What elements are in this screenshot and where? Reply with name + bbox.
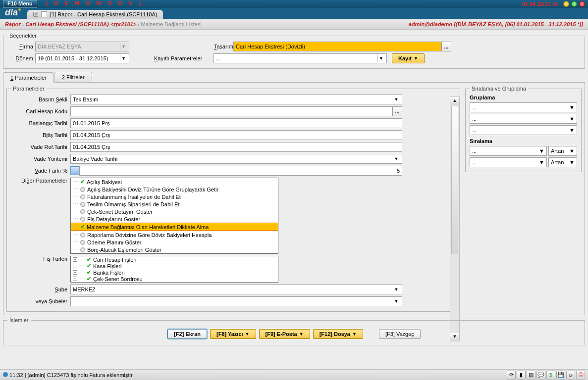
chevron-down-icon[interactable]: ▼ [120,54,127,62]
scroll-thumb[interactable] [451,106,458,254]
sad-icon[interactable]: ☹ [576,371,585,380]
eposta-button[interactable]: [F9] E-Posta▼ [259,329,310,339]
fis-turu-item[interactable]: +⋯✔Cari Hesap Fişleri [71,256,278,263]
yazici-button[interactable]: [F8] Yazıcı▼ [210,329,256,339]
sort-field-1[interactable]: ...▼ [470,146,547,156]
diger-param-item[interactable]: ⋯✔Açılış Bakiyesi [71,178,278,186]
clock-label: 01.04.15/11 41 [522,1,558,7]
vertical-scrollbar[interactable]: ▲ ▼ [450,96,460,341]
battery-icon[interactable]: ▮ [517,371,526,380]
info-icon [3,372,8,377]
diger-param-item[interactable]: ⋯Borç-Alacak Eşlemeleri Göster [71,246,278,253]
vaderef-label: Vade Ref.Tarihi [11,144,70,150]
diger-param-item[interactable]: ⋯Faturalanmamış İrsaliyeleri de Dahil Et [71,193,278,200]
tab-title: [1] Rapor - Cari Hesap Ekstresi (SCF1110… [50,11,157,17]
tab-filtreler[interactable]: 2 Filtreler [54,72,92,82]
vade-ref-tarihi-input[interactable]: 01.04.2015 Çrş [70,142,402,152]
diger-param-item[interactable]: ⋯Raporlama Dövizine Göre Döviz Bakiyeler… [71,231,278,238]
islemler-fieldset: İşlemler [F2] Ekran [F8] Yazıcı▼ [F9] E-… [3,317,585,345]
notes-icon[interactable]: ▤ [527,371,535,380]
maximize-button[interactable] [571,1,577,7]
status-bar: 11:32 | [admin] C123473 fiş nolu Fatura … [0,369,588,380]
app-logo: dia+ [2,6,27,19]
baslangic-label: Başlangıç Tarihi [11,120,70,126]
cari-hesap-input[interactable] [70,106,392,116]
grup-field-3[interactable]: ...▼ [470,125,577,135]
chevron-down-icon[interactable]: ▼ [120,43,127,50]
diger-param-item[interactable]: ⋯Açılış Bakiyesini Döviz Türüne Göre Gru… [71,186,278,193]
scroll-up-icon[interactable]: ▲ [450,97,459,105]
sube-select[interactable]: MERKEZ▼ [70,285,402,294]
siralama-header: Sıralama [470,138,492,144]
basim-sekli-select[interactable]: Tek Basım▼ [70,95,402,104]
baslangic-tarihi-input[interactable]: 01.01.2015 Prş [70,118,402,128]
vade-yontemi-select[interactable]: Bakiye Vade Tarihi▼ [70,154,402,164]
cari-hesap-label: Cari Hesap Kodu [11,108,70,114]
close-button[interactable] [579,1,585,7]
options-fieldset: Seçenekler Firma DİA BEYAZ EŞYA▼ Tasarım… [3,33,585,69]
document-tabs: dia+ × [1] Rapor - Cari Hesap Ekstresi (… [0,8,588,19]
status-text: 11:32 | [admin] C123473 fiş nolu Fatura … [9,372,134,378]
tasarim-picker-button[interactable]: ... [441,42,451,51]
diger-param-item[interactable]: ⋯Ödeme Planını Göster [71,238,278,246]
bitis-tarihi-input[interactable]: 01.04.2015 Çrş [70,130,402,140]
happy-icon[interactable]: ☺ [566,371,575,380]
chat-icon[interactable]: 💬 [536,371,545,380]
vadeyon-label: Vade Yöntemi [11,156,70,162]
tab-parametreler[interactable]: 1 Parametreler [3,72,54,83]
diger-param-item[interactable]: ⋯Fiş Detaylarını Göster [71,215,278,223]
grup-field-2[interactable]: ...▼ [470,114,577,124]
chevron-down-icon: ▼ [414,56,418,61]
siralama-gruplama-legend: Sıralama ve Gruplama [470,86,528,92]
parametreler-fieldset: Parametreler Basım Şekli Tek Basım▼ Cari… [6,86,460,312]
fis-turu-item[interactable]: +⋯✔Banka Fişleri [71,269,278,276]
tab-close-icon[interactable]: × [33,12,38,17]
siralama-gruplama-fieldset: Sıralama ve Gruplama Gruplama ...▼ ...▼ … [465,86,582,172]
save-icon[interactable]: 💾 [556,371,565,380]
diger-label: Diğer Parametreler [11,178,70,184]
firma-label: Firma [7,44,35,49]
window-titlebar: F10 Menu [ D E M O M O D U ] 01.04.15/11… [0,0,588,8]
diger-parametreler-list[interactable]: ⋯✔Açılış Bakiyesi⋯Açılış Bakiyesini Dövi… [70,178,278,254]
ekran-button[interactable]: [F2] Ekran [167,329,207,339]
diger-param-item[interactable]: ⋯✔Malzeme Bağlantısı Olan Hareketleri Di… [70,223,278,231]
chevron-down-icon[interactable]: ▼ [377,54,384,62]
firma-select[interactable]: DİA BEYAZ EŞYA▼ [35,42,129,51]
sort-dir-1[interactable]: Artan▼ [548,146,577,156]
refresh-icon[interactable]: ⟳ [507,371,516,380]
fis-turu-item[interactable]: +⋯✔Kasa Fişleri [71,263,278,269]
parametreler-legend: Parametreler [11,86,47,92]
cari-hesap-picker[interactable]: ... [392,106,402,116]
diger-param-item[interactable]: ⋯Çek-Senet Detayını Göster [71,208,278,215]
fis-turu-item[interactable]: +⋯✔Çek-Senet Bordrosu [71,276,278,282]
fis-turleri-tree[interactable]: +⋯✔Cari Hesap Fişleri+⋯✔Kasa Fişleri+⋯✔B… [70,256,278,283]
fis-turleri-label: Fiş Türleri [11,256,70,262]
minimize-button[interactable] [563,1,569,7]
dollar-icon[interactable]: $ [546,371,555,380]
statusbar-icons: ⟳ ▮ ▤ 💬 $ 💾 ☺ ☹ [507,371,585,380]
sort-dir-2[interactable]: Artan▼ [548,157,577,167]
donem-select[interactable]: 19 (01.01.2015 - 31.12.2015)▼ [35,53,129,63]
kayitli-label: Kayıtlı Parametreler [149,55,214,61]
dosya-button[interactable]: [F12] Dosya▼ [313,329,363,339]
tasarim-input[interactable]: Cari Hesap Ekstresi (Dövizli) [233,42,441,51]
vadefark-label: Vade Farkı % [11,168,70,174]
kayitli-parametreler-select[interactable]: ...▼ [214,53,387,63]
vazgec-button[interactable]: [F3] Vazgeç [379,329,421,339]
islemler-legend: İşlemler [7,317,31,323]
options-legend: Seçenekler [7,33,39,39]
veya-subeler-select[interactable]: ▼ [70,296,402,306]
session-info: admin@diademo [(DİA BEYAZ EŞYA, [06] 01.… [409,21,583,27]
grup-field-1[interactable]: ...▼ [470,102,577,112]
document-tab[interactable]: × [1] Rapor - Cari Hesap Ekstresi (SCF11… [27,10,163,19]
sube-label: Şube [11,286,70,292]
veya-subeler-label: veya Şubeler [11,298,70,304]
breadcrumb-main: Rapor - Cari Hesap Ekstresi (SCF1110A) <… [5,21,136,27]
kayit-button[interactable]: Kayıt▼ [392,53,425,63]
diger-param-item[interactable]: ⋯Teslim Olmamış Siparişleri de Dahil Et [71,200,278,208]
bitis-label: Bitiş Tarihi [11,132,70,138]
sort-field-2[interactable]: ...▼ [470,157,547,167]
breadcrumb-sub: / Malzeme Bağlantı Listesi [138,21,201,27]
calculator-icon[interactable] [70,166,79,175]
vade-farki-input[interactable]: 5 [79,166,402,176]
